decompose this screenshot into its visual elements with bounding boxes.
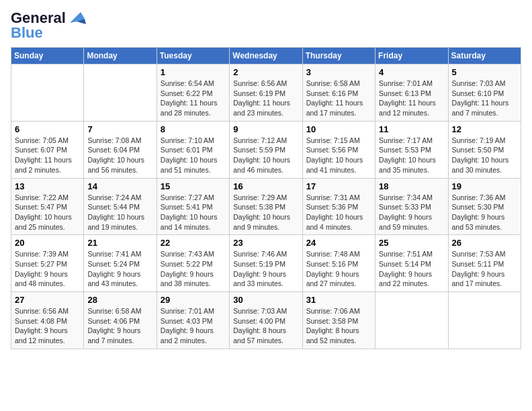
sunset-text: Sunset: 5:16 PM xyxy=(306,260,359,268)
day-number: 4 xyxy=(379,67,444,77)
calendar-cell: 15Sunrise: 7:27 AMSunset: 5:41 PMDayligh… xyxy=(157,178,229,235)
sunset-text: Sunset: 6:19 PM xyxy=(233,89,285,97)
sunrise-text: Sunrise: 7:46 AM xyxy=(233,250,287,258)
day-info: Sunrise: 7:51 AMSunset: 5:14 PMDaylight:… xyxy=(379,249,444,289)
day-number: 31 xyxy=(306,295,371,305)
sunset-text: Sunset: 5:24 PM xyxy=(87,260,140,268)
day-number: 10 xyxy=(306,124,371,134)
calendar-cell: 10Sunrise: 7:15 AMSunset: 5:56 PMDayligh… xyxy=(302,121,375,178)
calendar-week-row: 20Sunrise: 7:39 AMSunset: 5:27 PMDayligh… xyxy=(11,235,521,292)
sunrise-text: Sunrise: 7:27 AM xyxy=(161,193,214,201)
calendar-cell: 24Sunrise: 7:48 AMSunset: 5:16 PMDayligh… xyxy=(302,235,375,292)
calendar-cell: 11Sunrise: 7:17 AMSunset: 5:53 PMDayligh… xyxy=(375,121,448,178)
calendar-cell: 28Sunrise: 6:58 AMSunset: 4:06 PMDayligh… xyxy=(84,292,157,349)
day-info: Sunrise: 7:41 AMSunset: 5:24 PMDaylight:… xyxy=(87,249,152,289)
calendar-cell: 21Sunrise: 7:41 AMSunset: 5:24 PMDayligh… xyxy=(84,235,157,292)
daylight-text: Daylight: 11 hours and 7 minutes. xyxy=(452,99,509,117)
day-info: Sunrise: 7:19 AMSunset: 5:50 PMDaylight:… xyxy=(452,136,517,175)
calendar-cell: 7Sunrise: 7:08 AMSunset: 6:04 PMDaylight… xyxy=(84,121,157,178)
daylight-text: Daylight: 9 hours and 27 minutes. xyxy=(306,270,359,288)
calendar-cell: 9Sunrise: 7:12 AMSunset: 5:59 PMDaylight… xyxy=(230,121,302,178)
daylight-text: Daylight: 10 hours and 9 minutes. xyxy=(233,213,290,231)
calendar-cell: 31Sunrise: 7:06 AMSunset: 3:58 PMDayligh… xyxy=(302,292,375,349)
sunrise-text: Sunrise: 7:08 AM xyxy=(87,136,141,144)
sunrise-text: Sunrise: 7:53 AM xyxy=(452,250,506,258)
calendar-cell: 22Sunrise: 7:43 AMSunset: 5:22 PMDayligh… xyxy=(157,235,229,292)
calendar-cell: 17Sunrise: 7:31 AMSunset: 5:36 PMDayligh… xyxy=(302,178,375,235)
day-info: Sunrise: 7:43 AMSunset: 5:22 PMDaylight:… xyxy=(161,249,226,289)
sunset-text: Sunset: 5:50 PM xyxy=(452,146,504,154)
day-number: 14 xyxy=(87,181,152,191)
sunrise-text: Sunrise: 7:41 AM xyxy=(87,250,141,258)
daylight-text: Daylight: 9 hours and 12 minutes. xyxy=(15,326,68,345)
sunset-text: Sunset: 4:06 PM xyxy=(87,317,140,325)
day-number: 26 xyxy=(452,238,517,248)
day-number: 16 xyxy=(233,181,298,191)
sunset-text: Sunset: 6:16 PM xyxy=(306,89,359,97)
calendar-cell: 16Sunrise: 7:29 AMSunset: 5:38 PMDayligh… xyxy=(230,178,302,235)
calendar-cell: 14Sunrise: 7:24 AMSunset: 5:44 PMDayligh… xyxy=(84,178,157,235)
daylight-text: Daylight: 10 hours and 41 minutes. xyxy=(306,156,363,174)
calendar-cell: 2Sunrise: 6:56 AMSunset: 6:19 PMDaylight… xyxy=(230,64,302,122)
sunset-text: Sunset: 5:11 PM xyxy=(452,260,504,268)
daylight-text: Daylight: 9 hours and 48 minutes. xyxy=(15,270,68,288)
calendar-cell xyxy=(84,64,157,122)
sunset-text: Sunset: 5:56 PM xyxy=(306,146,359,154)
sunrise-text: Sunrise: 6:58 AM xyxy=(87,307,141,315)
weekday-header: Friday xyxy=(375,48,448,64)
sunset-text: Sunset: 3:58 PM xyxy=(306,317,359,325)
daylight-text: Daylight: 9 hours and 7 minutes. xyxy=(87,326,140,345)
day-number: 2 xyxy=(233,67,298,77)
weekday-header: Wednesday xyxy=(230,48,302,64)
day-number: 23 xyxy=(233,238,298,248)
calendar-week-row: 1Sunrise: 6:54 AMSunset: 6:22 PMDaylight… xyxy=(11,64,521,122)
calendar-header-row: SundayMondayTuesdayWednesdayThursdayFrid… xyxy=(11,48,521,64)
calendar-week-row: 13Sunrise: 7:22 AMSunset: 5:47 PMDayligh… xyxy=(11,178,521,235)
calendar-cell: 29Sunrise: 7:01 AMSunset: 4:03 PMDayligh… xyxy=(157,292,229,349)
calendar-cell: 18Sunrise: 7:34 AMSunset: 5:33 PMDayligh… xyxy=(375,178,448,235)
day-info: Sunrise: 7:01 AMSunset: 4:03 PMDaylight:… xyxy=(161,306,226,346)
daylight-text: Daylight: 10 hours and 56 minutes. xyxy=(87,156,144,174)
day-info: Sunrise: 7:01 AMSunset: 6:13 PMDaylight:… xyxy=(379,79,444,118)
day-info: Sunrise: 7:17 AMSunset: 5:53 PMDaylight:… xyxy=(379,136,444,175)
calendar-cell: 27Sunrise: 6:56 AMSunset: 4:08 PMDayligh… xyxy=(11,292,84,349)
sunrise-text: Sunrise: 7:01 AM xyxy=(161,307,214,315)
sunset-text: Sunset: 5:30 PM xyxy=(452,203,504,211)
sunset-text: Sunset: 6:04 PM xyxy=(87,146,140,154)
day-number: 19 xyxy=(452,181,517,191)
sunset-text: Sunset: 5:59 PM xyxy=(233,146,285,154)
daylight-text: Daylight: 9 hours and 59 minutes. xyxy=(379,213,432,231)
logo-wing-icon xyxy=(67,9,87,30)
sunrise-text: Sunrise: 7:31 AM xyxy=(306,193,360,201)
day-number: 9 xyxy=(233,124,298,134)
weekday-header: Saturday xyxy=(448,48,521,64)
day-info: Sunrise: 7:03 AMSunset: 4:00 PMDaylight:… xyxy=(233,306,298,346)
sunset-text: Sunset: 4:00 PM xyxy=(233,317,285,325)
sunrise-text: Sunrise: 7:51 AM xyxy=(379,250,433,258)
day-number: 28 xyxy=(87,295,152,305)
sunset-text: Sunset: 6:10 PM xyxy=(452,89,504,97)
daylight-text: Daylight: 9 hours and 2 minutes. xyxy=(161,326,214,345)
calendar-cell: 23Sunrise: 7:46 AMSunset: 5:19 PMDayligh… xyxy=(230,235,302,292)
calendar-cell: 13Sunrise: 7:22 AMSunset: 5:47 PMDayligh… xyxy=(11,178,84,235)
logo: GeneralBlue xyxy=(11,11,87,40)
daylight-text: Daylight: 11 hours and 12 minutes. xyxy=(379,99,436,117)
sunrise-text: Sunrise: 7:48 AM xyxy=(306,250,360,258)
daylight-text: Daylight: 11 hours and 28 minutes. xyxy=(161,99,218,117)
daylight-text: Daylight: 10 hours and 25 minutes. xyxy=(15,213,72,231)
day-info: Sunrise: 7:10 AMSunset: 6:01 PMDaylight:… xyxy=(161,136,226,175)
weekday-header: Thursday xyxy=(302,48,375,64)
day-number: 8 xyxy=(161,124,226,134)
daylight-text: Daylight: 9 hours and 22 minutes. xyxy=(379,270,432,288)
day-number: 11 xyxy=(379,124,444,134)
sunrise-text: Sunrise: 7:01 AM xyxy=(379,79,433,87)
sunset-text: Sunset: 5:22 PM xyxy=(161,260,213,268)
day-number: 21 xyxy=(87,238,152,248)
day-info: Sunrise: 7:22 AMSunset: 5:47 PMDaylight:… xyxy=(15,193,80,232)
sunrise-text: Sunrise: 7:15 AM xyxy=(306,136,360,144)
logo-text: GeneralBlue xyxy=(11,11,66,40)
day-info: Sunrise: 7:34 AMSunset: 5:33 PMDaylight:… xyxy=(379,193,444,232)
daylight-text: Daylight: 9 hours and 17 minutes. xyxy=(452,270,505,288)
daylight-text: Daylight: 10 hours and 14 minutes. xyxy=(161,213,218,231)
sunrise-text: Sunrise: 7:10 AM xyxy=(161,136,214,144)
